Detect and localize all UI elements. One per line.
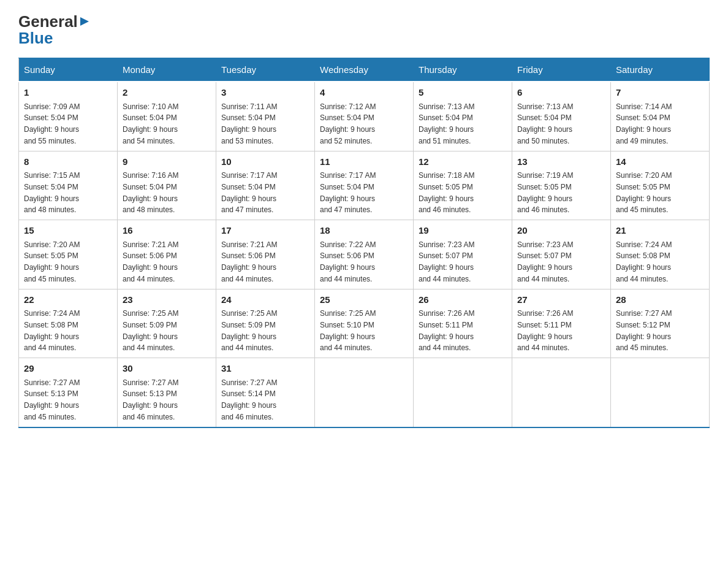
calendar-cell: 23Sunrise: 7:25 AMSunset: 5:09 PMDayligh… [118,289,216,358]
day-number: 7 [616,86,704,100]
calendar-cell: 7Sunrise: 7:14 AMSunset: 5:04 PMDaylight… [611,82,710,151]
day-info: Sunrise: 7:18 AMSunset: 5:05 PMDaylight:… [419,171,474,214]
day-number: 6 [517,86,605,100]
calendar-cell: 18Sunrise: 7:22 AMSunset: 5:06 PMDayligh… [315,220,414,289]
day-info: Sunrise: 7:24 AMSunset: 5:08 PMDaylight:… [616,240,672,283]
calendar-cell: 1Sunrise: 7:09 AMSunset: 5:04 PMDaylight… [19,82,118,151]
day-number: 9 [123,155,211,169]
day-info: Sunrise: 7:22 AMSunset: 5:06 PMDaylight:… [320,240,376,283]
day-number: 21 [616,224,704,238]
calendar-cell: 15Sunrise: 7:20 AMSunset: 5:05 PMDayligh… [19,220,118,289]
day-info: Sunrise: 7:09 AMSunset: 5:04 PMDaylight:… [24,102,80,145]
day-number: 18 [320,224,408,238]
calendar-cell: 25Sunrise: 7:25 AMSunset: 5:10 PMDayligh… [315,289,414,358]
day-info: Sunrise: 7:27 AMSunset: 5:13 PMDaylight:… [24,378,80,421]
day-number: 26 [419,293,507,307]
calendar-cell: 8Sunrise: 7:15 AMSunset: 5:04 PMDaylight… [19,151,118,220]
day-info: Sunrise: 7:26 AMSunset: 5:11 PMDaylight:… [517,309,573,352]
logo-arrow-icon [79,12,90,31]
day-info: Sunrise: 7:25 AMSunset: 5:09 PMDaylight:… [221,309,277,352]
day-info: Sunrise: 7:17 AMSunset: 5:04 PMDaylight:… [320,171,376,214]
day-info: Sunrise: 7:14 AMSunset: 5:04 PMDaylight:… [616,102,672,145]
calendar-cell: 19Sunrise: 7:23 AMSunset: 5:07 PMDayligh… [414,220,512,289]
calendar-cell: 16Sunrise: 7:21 AMSunset: 5:06 PMDayligh… [118,220,216,289]
svg-marker-0 [80,17,89,26]
week-row-3: 15Sunrise: 7:20 AMSunset: 5:05 PMDayligh… [19,220,710,289]
day-number: 24 [221,293,309,307]
calendar-cell [315,358,414,427]
day-number: 10 [221,155,309,169]
day-info: Sunrise: 7:19 AMSunset: 5:05 PMDaylight:… [517,171,573,214]
weekday-header-tuesday: Tuesday [216,58,315,82]
day-info: Sunrise: 7:27 AMSunset: 5:14 PMDaylight:… [221,378,277,421]
day-number: 23 [123,293,211,307]
day-number: 2 [123,86,211,100]
day-number: 22 [24,293,112,307]
calendar-cell: 12Sunrise: 7:18 AMSunset: 5:05 PMDayligh… [414,151,512,220]
calendar-cell: 11Sunrise: 7:17 AMSunset: 5:04 PMDayligh… [315,151,414,220]
day-number: 14 [616,155,704,169]
day-info: Sunrise: 7:26 AMSunset: 5:11 PMDaylight:… [419,309,474,352]
calendar-cell: 31Sunrise: 7:27 AMSunset: 5:14 PMDayligh… [216,358,315,427]
day-number: 15 [24,224,112,238]
week-row-4: 22Sunrise: 7:24 AMSunset: 5:08 PMDayligh… [19,289,710,358]
calendar-cell: 20Sunrise: 7:23 AMSunset: 5:07 PMDayligh… [512,220,611,289]
day-info: Sunrise: 7:21 AMSunset: 5:06 PMDaylight:… [123,240,178,283]
calendar-cell: 9Sunrise: 7:16 AMSunset: 5:04 PMDaylight… [118,151,216,220]
weekday-header-friday: Friday [512,58,611,82]
weekday-header-monday: Monday [118,58,216,82]
day-number: 11 [320,155,408,169]
calendar-cell [611,358,710,427]
calendar-cell: 28Sunrise: 7:27 AMSunset: 5:12 PMDayligh… [611,289,710,358]
calendar-cell: 14Sunrise: 7:20 AMSunset: 5:05 PMDayligh… [611,151,710,220]
calendar-cell: 3Sunrise: 7:11 AMSunset: 5:04 PMDaylight… [216,82,315,151]
day-info: Sunrise: 7:27 AMSunset: 5:12 PMDaylight:… [616,309,672,352]
day-info: Sunrise: 7:20 AMSunset: 5:05 PMDaylight:… [24,240,80,283]
calendar-cell: 27Sunrise: 7:26 AMSunset: 5:11 PMDayligh… [512,289,611,358]
calendar-table: SundayMondayTuesdayWednesdayThursdayFrid… [18,58,710,428]
calendar-cell: 24Sunrise: 7:25 AMSunset: 5:09 PMDayligh… [216,289,315,358]
weekday-header-thursday: Thursday [414,58,512,82]
calendar-cell: 29Sunrise: 7:27 AMSunset: 5:13 PMDayligh… [19,358,118,427]
calendar-cell: 21Sunrise: 7:24 AMSunset: 5:08 PMDayligh… [611,220,710,289]
day-info: Sunrise: 7:23 AMSunset: 5:07 PMDaylight:… [419,240,474,283]
logo-blue: Blue [18,29,53,48]
day-info: Sunrise: 7:21 AMSunset: 5:06 PMDaylight:… [221,240,277,283]
day-number: 20 [517,224,605,238]
day-info: Sunrise: 7:24 AMSunset: 5:08 PMDaylight:… [24,309,80,352]
day-info: Sunrise: 7:25 AMSunset: 5:10 PMDaylight:… [320,309,376,352]
day-info: Sunrise: 7:23 AMSunset: 5:07 PMDaylight:… [517,240,573,283]
day-info: Sunrise: 7:10 AMSunset: 5:04 PMDaylight:… [123,102,178,145]
logo: General Blue [18,12,90,48]
page-header: General Blue [18,12,710,48]
day-number: 30 [123,362,211,376]
calendar-cell [512,358,611,427]
calendar-cell: 2Sunrise: 7:10 AMSunset: 5:04 PMDaylight… [118,82,216,151]
day-number: 3 [221,86,309,100]
calendar-cell: 13Sunrise: 7:19 AMSunset: 5:05 PMDayligh… [512,151,611,220]
day-number: 28 [616,293,704,307]
calendar-cell: 10Sunrise: 7:17 AMSunset: 5:04 PMDayligh… [216,151,315,220]
day-number: 17 [221,224,309,238]
day-info: Sunrise: 7:13 AMSunset: 5:04 PMDaylight:… [517,102,573,145]
calendar-cell: 17Sunrise: 7:21 AMSunset: 5:06 PMDayligh… [216,220,315,289]
day-info: Sunrise: 7:15 AMSunset: 5:04 PMDaylight:… [24,171,80,214]
day-info: Sunrise: 7:11 AMSunset: 5:04 PMDaylight:… [221,102,277,145]
day-number: 13 [517,155,605,169]
day-info: Sunrise: 7:17 AMSunset: 5:04 PMDaylight:… [221,171,277,214]
day-info: Sunrise: 7:12 AMSunset: 5:04 PMDaylight:… [320,102,376,145]
day-number: 19 [419,224,507,238]
calendar-cell: 6Sunrise: 7:13 AMSunset: 5:04 PMDaylight… [512,82,611,151]
day-info: Sunrise: 7:16 AMSunset: 5:04 PMDaylight:… [123,171,178,214]
calendar-cell: 5Sunrise: 7:13 AMSunset: 5:04 PMDaylight… [414,82,512,151]
day-number: 5 [419,86,507,100]
calendar-cell [414,358,512,427]
weekday-header-saturday: Saturday [611,58,710,82]
week-row-1: 1Sunrise: 7:09 AMSunset: 5:04 PMDaylight… [19,82,710,151]
calendar-cell: 4Sunrise: 7:12 AMSunset: 5:04 PMDaylight… [315,82,414,151]
day-number: 12 [419,155,507,169]
week-row-5: 29Sunrise: 7:27 AMSunset: 5:13 PMDayligh… [19,358,710,427]
day-info: Sunrise: 7:27 AMSunset: 5:13 PMDaylight:… [123,378,178,421]
calendar-cell: 30Sunrise: 7:27 AMSunset: 5:13 PMDayligh… [118,358,216,427]
day-info: Sunrise: 7:20 AMSunset: 5:05 PMDaylight:… [616,171,672,214]
